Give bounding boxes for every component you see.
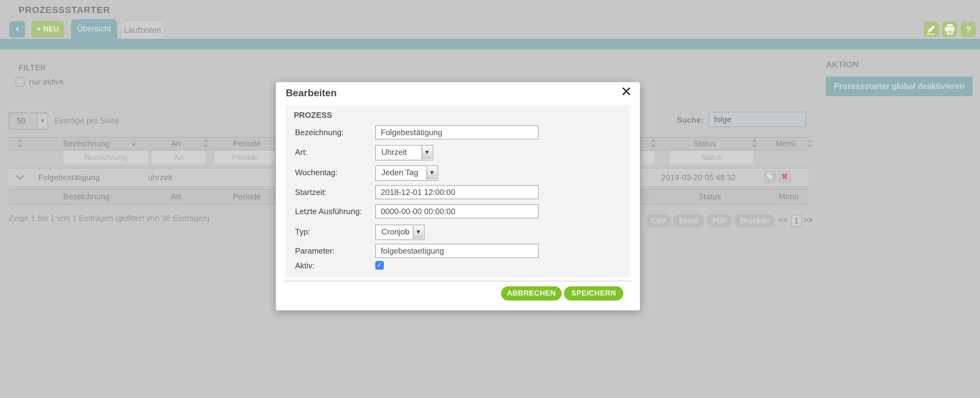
field-input-letzte-ausfuehrung[interactable] <box>375 204 539 218</box>
tab-laufzeiten[interactable]: Laufzeiten <box>121 21 164 40</box>
row-cell-art: uhrzeit <box>148 173 172 182</box>
modal-title: Bearbeiten <box>286 88 337 99</box>
field-label-typ: Typ: <box>295 227 310 236</box>
field-label-wochentag: Wochentag: <box>295 168 337 177</box>
app-window: PROZESSSTARTER ‹ + NEU Übersicht Laufzei… <box>0 0 980 398</box>
field-select-typ-value: Cronjob <box>381 227 409 236</box>
table-info-text: Zeige 1 bis 1 von 1 Einträgen (gefiltert… <box>9 213 210 223</box>
dropdown-arrow-icon: ▼ <box>426 167 437 180</box>
modal-section-heading: PROZESS <box>294 110 332 120</box>
column-header-bezeichnung-label: Bezeichnung <box>63 139 110 148</box>
row-cell-status: 2019-03-20 05:48:32 <box>655 173 742 182</box>
back-button[interactable]: ‹ <box>9 21 25 38</box>
tab-uebersicht-label: Übersicht <box>77 24 111 33</box>
field-label-letzte-ausfuehrung: Letzte Ausführung: <box>295 207 362 216</box>
filter-input-hidden-fragment[interactable] <box>643 151 654 164</box>
pencil-icon <box>924 22 939 37</box>
footer-col-periode: Periode <box>222 192 272 201</box>
filter-heading: FILTER <box>19 63 46 72</box>
field-input-bezeichnung[interactable] <box>375 125 539 140</box>
tab-uebersicht[interactable]: Übersicht <box>71 19 117 39</box>
field-label-bezeichnung: Bezeichnung: <box>295 128 344 137</box>
filter-placeholder: Status <box>701 153 722 162</box>
export-pdf-button[interactable]: PDF <box>707 214 732 228</box>
field-select-wochentag[interactable]: Jeden Tag ▼ <box>375 166 438 181</box>
filter-input-bezeichnung[interactable]: Bezeichnung <box>64 151 148 164</box>
dropdown-arrow-icon: ▼ <box>37 113 48 128</box>
field-input-parameter[interactable] <box>375 244 539 258</box>
export-csv-button[interactable]: CSV <box>647 214 670 228</box>
column-header-expand[interactable] <box>17 140 23 148</box>
new-button[interactable]: + NEU <box>32 21 64 38</box>
search-input[interactable] <box>708 112 806 127</box>
dropdown-arrow-icon: ▼ <box>422 146 432 159</box>
save-button[interactable]: SPEICHERN <box>564 286 623 301</box>
search-label: Suche: <box>654 115 703 125</box>
pagination-page-1[interactable]: 1 <box>791 215 802 226</box>
edit-modal: Bearbeiten ✕ PROZESS Bezeichnung: Art: U… <box>276 82 640 310</box>
filter-input-art[interactable]: Art <box>152 151 205 164</box>
row-delete-button[interactable]: ✖ <box>778 170 791 183</box>
field-select-typ[interactable]: Cronjob ▼ <box>375 224 425 240</box>
footer-col-bezeichnung: Bezeichnung <box>49 192 123 201</box>
cancel-button[interactable]: ABBRECHEN <box>501 286 562 301</box>
modal-close-icon[interactable]: ✕ <box>620 85 632 99</box>
pagination-prev[interactable]: << <box>778 215 788 224</box>
only-active-label: nur aktive <box>29 77 64 86</box>
check-icon: ✓ <box>377 261 382 269</box>
row-expand-chevron-icon[interactable] <box>16 175 25 180</box>
filter-input-periode[interactable]: Periode <box>215 151 275 164</box>
delete-x-icon: ✖ <box>781 172 788 181</box>
field-label-art: Art: <box>295 148 307 157</box>
sort-icon <box>752 140 757 148</box>
column-header-menue[interactable]: Menü <box>765 139 806 148</box>
filter-placeholder: Art <box>174 153 184 162</box>
modal-form-panel: PROZESS Bezeichnung: Art: Uhrzeit ▼ Woch… <box>286 105 630 277</box>
field-label-parameter: Parameter: <box>295 246 335 255</box>
deactivate-global-button[interactable]: Prozessstarter global deaktivieren <box>826 76 973 96</box>
dropdown-arrow-icon: ▼ <box>413 226 423 239</box>
modal-footer-divider <box>284 281 632 281</box>
help-button[interactable]: ? <box>961 22 976 37</box>
sort-icon <box>651 140 656 148</box>
action-heading: AKTION <box>826 59 859 69</box>
sort-desc-icon <box>131 143 136 146</box>
field-checkbox-aktiv[interactable]: ✓ <box>375 261 384 270</box>
pagination-next[interactable]: >> <box>803 215 813 224</box>
help-icon: ? <box>966 24 971 35</box>
field-input-startzeit[interactable] <box>375 185 539 199</box>
printer-icon <box>942 22 957 37</box>
column-header-bezeichnung[interactable]: Bezeichnung <box>49 139 123 148</box>
export-print-button[interactable]: Drucken <box>735 214 775 228</box>
pencil-icon: ✎ <box>766 172 773 181</box>
footer-col-menue: Menü <box>768 192 809 201</box>
filter-placeholder: Periode <box>232 153 258 162</box>
column-header-art[interactable]: Art <box>158 139 194 148</box>
row-edit-button[interactable]: ✎ <box>764 170 776 183</box>
field-select-art-value: Uhrzeit <box>381 148 407 157</box>
page-title: PROZESSSTARTER <box>19 4 110 15</box>
print-button[interactable] <box>942 22 957 37</box>
sort-icon <box>17 140 23 148</box>
column-header-art-label: Art <box>171 139 181 148</box>
export-excel-button[interactable]: Excel <box>673 214 704 228</box>
footer-col-art: Art <box>158 192 194 201</box>
column-header-periode-label: Periode <box>233 139 261 148</box>
footer-col-status: Status <box>673 192 747 201</box>
row-cell-bezeichnung: Folgebestätigung <box>38 173 100 182</box>
only-active-checkbox[interactable] <box>16 77 25 86</box>
page-size-select[interactable]: 50 ▼ <box>9 112 48 130</box>
column-header-status[interactable]: Status <box>668 139 742 148</box>
tab-laufzeiten-label: Laufzeiten <box>124 25 161 35</box>
edit-mode-button[interactable] <box>924 22 939 37</box>
field-select-art[interactable]: Uhrzeit ▼ <box>375 145 433 161</box>
page-size-value: 50 <box>17 116 25 125</box>
sort-icon <box>203 140 208 148</box>
filter-input-status[interactable]: Status <box>670 151 753 164</box>
filter-placeholder: Bezeichnung <box>84 153 127 162</box>
column-header-menue-label: Menü <box>775 139 795 148</box>
column-header-status-label: Status <box>694 139 716 148</box>
column-header-periode[interactable]: Periode <box>222 139 272 148</box>
field-label-aktiv: Aktiv: <box>295 261 315 270</box>
field-select-wochentag-value: Jeden Tag <box>381 168 418 177</box>
